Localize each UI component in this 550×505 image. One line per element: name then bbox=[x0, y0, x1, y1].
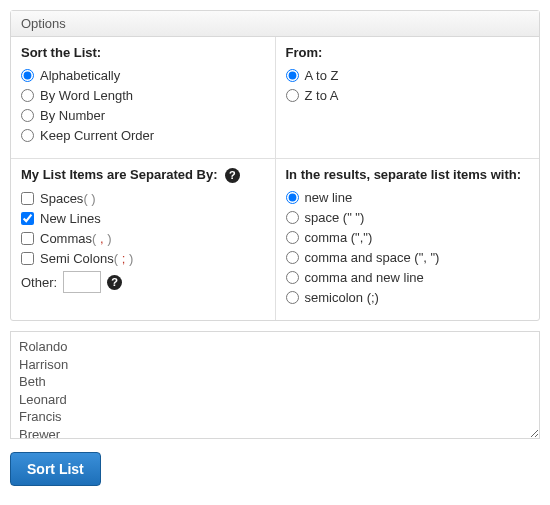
sepin-label: Semi Colons bbox=[40, 251, 114, 266]
sepin-checkbox[interactable] bbox=[21, 252, 34, 265]
sepout-radio[interactable] bbox=[286, 291, 299, 304]
sepout-option[interactable]: semicolon (;) bbox=[286, 290, 530, 305]
sort-option[interactable]: Keep Current Order bbox=[21, 128, 265, 143]
sepout-option[interactable]: comma and new line bbox=[286, 270, 530, 285]
sepin-punct: ( , ) bbox=[92, 231, 112, 246]
sep-out-title: In the results, separate list items with… bbox=[286, 167, 530, 182]
list-textarea[interactable] bbox=[10, 331, 540, 439]
sepin-checkbox[interactable] bbox=[21, 212, 34, 225]
sep-in-title-text: My List Items are Separated By: bbox=[21, 167, 218, 182]
sepin-option[interactable]: Semi Colons ( ; ) bbox=[21, 251, 265, 266]
other-label: Other: bbox=[21, 275, 57, 290]
sepout-label: comma and space (", ") bbox=[305, 250, 440, 265]
sepin-punct: ( ; ) bbox=[114, 251, 134, 266]
sep-in-cell: My List Items are Separated By: ? Spaces… bbox=[11, 159, 275, 320]
sepout-radio[interactable] bbox=[286, 191, 299, 204]
row-separators: My List Items are Separated By: ? Spaces… bbox=[11, 158, 539, 320]
sort-radio[interactable] bbox=[21, 109, 34, 122]
from-cell: From: A to ZZ to A bbox=[275, 37, 540, 158]
sort-label: Alphabetically bbox=[40, 68, 120, 83]
sort-option[interactable]: By Number bbox=[21, 108, 265, 123]
sepout-radio[interactable] bbox=[286, 211, 299, 224]
sort-option[interactable]: Alphabetically bbox=[21, 68, 265, 83]
from-option[interactable]: A to Z bbox=[286, 68, 530, 83]
sort-label: By Word Length bbox=[40, 88, 133, 103]
panel-title: Options bbox=[11, 11, 539, 37]
sepin-label: New Lines bbox=[40, 211, 101, 226]
sepin-checkbox[interactable] bbox=[21, 232, 34, 245]
sepin-option[interactable]: New Lines bbox=[21, 211, 265, 226]
sepin-checkbox[interactable] bbox=[21, 192, 34, 205]
sort-cell: Sort the List: AlphabeticallyBy Word Len… bbox=[11, 37, 275, 158]
other-row: Other: ? bbox=[21, 271, 265, 293]
sepout-label: semicolon (;) bbox=[305, 290, 379, 305]
sort-title: Sort the List: bbox=[21, 45, 265, 60]
sepout-radio[interactable] bbox=[286, 271, 299, 284]
sort-label: By Number bbox=[40, 108, 105, 123]
help-icon[interactable]: ? bbox=[107, 275, 122, 290]
sepin-label: Commas bbox=[40, 231, 92, 246]
sort-button[interactable]: Sort List bbox=[10, 452, 101, 486]
from-label: Z to A bbox=[305, 88, 339, 103]
sepout-label: space (" ") bbox=[305, 210, 365, 225]
sepout-option[interactable]: comma (",") bbox=[286, 230, 530, 245]
sepout-option[interactable]: space (" ") bbox=[286, 210, 530, 225]
sepout-label: comma (",") bbox=[305, 230, 373, 245]
sepout-label: new line bbox=[305, 190, 353, 205]
sepin-label: Spaces bbox=[40, 191, 83, 206]
row-sort-from: Sort the List: AlphabeticallyBy Word Len… bbox=[11, 37, 539, 158]
other-input[interactable] bbox=[63, 271, 101, 293]
from-radio[interactable] bbox=[286, 69, 299, 82]
sort-label: Keep Current Order bbox=[40, 128, 154, 143]
sort-option[interactable]: By Word Length bbox=[21, 88, 265, 103]
sepout-radio[interactable] bbox=[286, 251, 299, 264]
from-title: From: bbox=[286, 45, 530, 60]
sepout-option[interactable]: new line bbox=[286, 190, 530, 205]
help-icon[interactable]: ? bbox=[225, 168, 240, 183]
sort-radio[interactable] bbox=[21, 129, 34, 142]
sep-in-title: My List Items are Separated By: ? bbox=[21, 167, 265, 183]
sepin-option[interactable]: Commas ( , ) bbox=[21, 231, 265, 246]
sepout-option[interactable]: comma and space (", ") bbox=[286, 250, 530, 265]
from-option[interactable]: Z to A bbox=[286, 88, 530, 103]
options-panel: Options Sort the List: AlphabeticallyBy … bbox=[10, 10, 540, 321]
from-radio[interactable] bbox=[286, 89, 299, 102]
sepout-label: comma and new line bbox=[305, 270, 424, 285]
sepin-option[interactable]: Spaces ( ) bbox=[21, 191, 265, 206]
sep-out-cell: In the results, separate list items with… bbox=[275, 159, 540, 320]
sort-radio[interactable] bbox=[21, 89, 34, 102]
sepin-punct: ( ) bbox=[83, 191, 95, 206]
from-label: A to Z bbox=[305, 68, 339, 83]
sepout-radio[interactable] bbox=[286, 231, 299, 244]
sort-radio[interactable] bbox=[21, 69, 34, 82]
